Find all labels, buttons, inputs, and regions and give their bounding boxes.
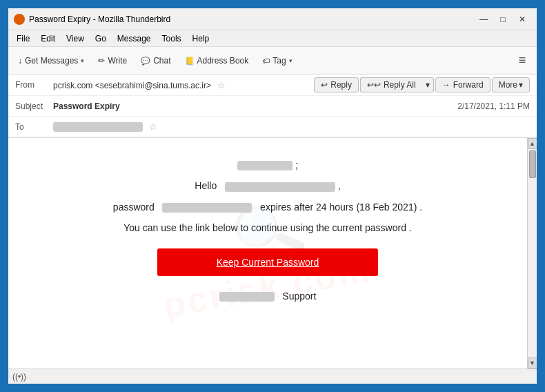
more-label: More: [499, 80, 517, 90]
chat-icon: [141, 56, 150, 66]
from-row: From pcrisk.com <sesebrahimi@sina.tums.a…: [8, 75, 537, 96]
forward-label: Forward: [453, 80, 484, 90]
connection-icon: ((•)): [14, 371, 25, 382]
menu-view[interactable]: View: [61, 32, 90, 45]
window-controls: — □ ✕: [475, 12, 531, 27]
from-label: From: [15, 80, 53, 90]
chat-label: Chat: [153, 56, 170, 66]
hamburger-button[interactable]: ≡: [512, 50, 533, 71]
more-dropdown-icon: ▾: [519, 80, 523, 90]
forward-icon: →: [442, 80, 450, 90]
to-label: To: [15, 122, 53, 132]
expires-text: expires after 24 hours (18 Feb 2021) .: [260, 202, 422, 213]
reply-label: Reply: [330, 80, 352, 90]
support-line: Support: [88, 288, 447, 304]
app-icon: [14, 14, 25, 25]
menu-go[interactable]: Go: [90, 32, 112, 45]
reply-all-label: Reply All: [384, 80, 416, 90]
tag-label: Tag: [272, 56, 286, 66]
from-name: pcrisk.com: [53, 81, 92, 90]
email-body-container: 🔍 pcrisk.com ; Hello , password: [8, 138, 537, 369]
address-book-label: Address Book: [197, 56, 249, 66]
reply-buttons: ↩ Reply ↩↩ Reply All ▾ → Forward: [314, 77, 530, 92]
reply-all-icon: ↩↩: [367, 80, 381, 90]
from-value: pcrisk.com <sesebrahimi@sina.tums.ac.ir>…: [53, 80, 314, 90]
status-bar: ((•)): [8, 369, 537, 384]
address-book-icon: [185, 56, 195, 66]
password-blurred: [162, 203, 252, 213]
chat-button[interactable]: Chat: [135, 53, 176, 68]
email-content: ; Hello , password expires after 24 hour…: [88, 157, 447, 304]
close-button[interactable]: ✕: [513, 12, 531, 27]
support-blurred: [219, 292, 275, 302]
menu-file[interactable]: File: [11, 32, 35, 45]
email-header: From pcrisk.com <sesebrahimi@sina.tums.a…: [8, 75, 537, 138]
password-line: password expires after 24 hours (18 Feb …: [88, 199, 447, 215]
thunderbird-window: Password Expiry - Mozilla Thunderbird — …: [7, 7, 538, 385]
write-button[interactable]: Write: [92, 53, 132, 68]
get-messages-icon: [18, 56, 22, 66]
to-star-icon[interactable]: ☆: [149, 121, 157, 132]
password-prefix: password: [113, 202, 155, 213]
semicolon: ;: [295, 159, 298, 170]
main-text: You can use the link below to continue u…: [123, 222, 411, 233]
menu-tools[interactable]: Tools: [157, 32, 187, 45]
scroll-down-button[interactable]: ▼: [528, 357, 537, 369]
window-title: Password Expiry - Mozilla Thunderbird: [29, 14, 475, 24]
menu-message[interactable]: Message: [112, 32, 157, 45]
get-messages-button[interactable]: Get Messages ▾: [12, 53, 90, 68]
comma: ,: [338, 180, 341, 191]
to-value: ☆: [53, 121, 530, 133]
to-blurred: [53, 122, 143, 132]
email-date: 2/17/2021, 1:11 PM: [457, 101, 530, 111]
scroll-up-button[interactable]: ▲: [528, 138, 537, 149]
write-icon: [98, 56, 105, 66]
scrollbar-thumb[interactable]: [529, 150, 536, 178]
menu-help[interactable]: Help: [187, 32, 215, 45]
reply-all-group: ↩↩ Reply All ▾: [360, 77, 434, 92]
to-row: To ☆: [8, 117, 537, 137]
reply-all-button[interactable]: ↩↩ Reply All: [360, 77, 422, 92]
subject-value: Password Expiry: [53, 101, 457, 111]
more-button[interactable]: More ▾: [492, 77, 530, 92]
support-text: Support: [282, 291, 316, 302]
reply-all-dd-icon: ▾: [426, 80, 430, 90]
email-body: 🔍 pcrisk.com ; Hello , password: [8, 138, 527, 369]
minimize-button[interactable]: —: [475, 12, 493, 27]
reply-all-dropdown[interactable]: ▾: [422, 77, 434, 92]
from-email: <sesebrahimi@sina.tums.ac.ir>: [95, 81, 211, 90]
scrollbar-track: [528, 149, 537, 357]
domain-blurred: [237, 161, 293, 170]
domain-line: ;: [88, 157, 447, 173]
hello-line: Hello ,: [88, 178, 447, 193]
subject-text: Password Expiry: [53, 101, 120, 111]
address-book-button[interactable]: Address Book: [179, 53, 255, 68]
toolbar: Get Messages ▾ Write Chat Address Book T…: [8, 47, 537, 75]
name-blurred: [225, 182, 335, 192]
subject-label: Subject: [15, 101, 53, 111]
subject-row: Subject Password Expiry 2/17/2021, 1:11 …: [8, 96, 537, 117]
forward-button[interactable]: → Forward: [435, 77, 490, 92]
hello-text: Hello: [195, 180, 217, 191]
write-label: Write: [108, 56, 127, 66]
tag-dropdown-icon[interactable]: ▾: [289, 57, 293, 64]
get-messages-dropdown-icon[interactable]: ▾: [81, 57, 84, 64]
tag-button[interactable]: Tag ▾: [257, 53, 297, 68]
get-messages-label: Get Messages: [25, 56, 78, 66]
scrollbar: ▲ ▼: [527, 138, 537, 369]
reply-icon: ↩: [321, 80, 328, 90]
menu-bar: File Edit View Go Message Tools Help: [8, 30, 537, 47]
tag-icon: [262, 56, 270, 66]
maximize-button[interactable]: □: [494, 12, 512, 27]
title-bar: Password Expiry - Mozilla Thunderbird — …: [8, 8, 537, 30]
main-text-line: You can use the link below to continue u…: [88, 220, 447, 235]
star-icon[interactable]: ☆: [217, 80, 226, 90]
reply-button[interactable]: ↩ Reply: [314, 77, 359, 92]
keep-password-button[interactable]: Keep Current Password: [157, 248, 378, 276]
menu-edit[interactable]: Edit: [35, 32, 61, 45]
